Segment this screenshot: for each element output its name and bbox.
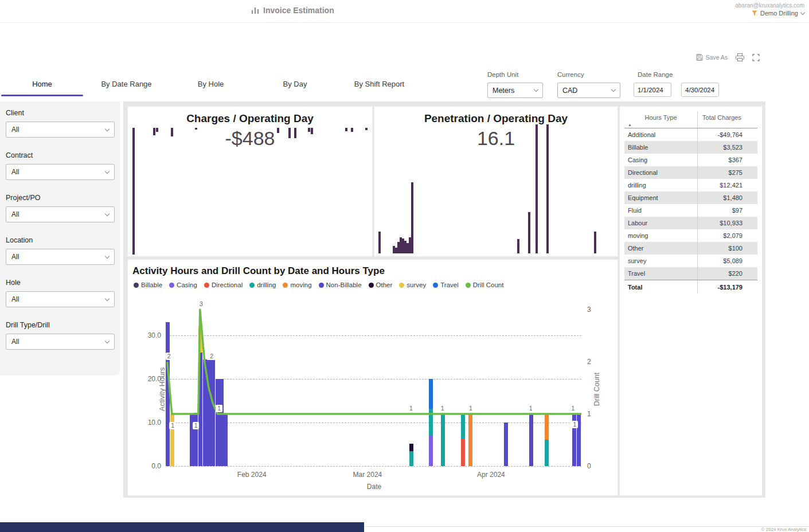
legend-dot xyxy=(466,283,471,288)
drill-count-label: 3 xyxy=(198,300,205,308)
bar-segment-non-billable xyxy=(220,379,224,466)
table-row[interactable]: survey$5,089 xyxy=(624,255,757,267)
legend-label: Directional xyxy=(212,281,243,288)
activity-stacked-bar xyxy=(529,414,533,466)
table-row[interactable]: Equipment$1,480 xyxy=(624,191,757,204)
org-selector[interactable]: Demo Drilling xyxy=(752,10,804,17)
tab-by-shift-report[interactable]: By Shift Report xyxy=(337,73,421,96)
date-range-label: Date Range xyxy=(638,71,719,78)
activity-stacked-bar xyxy=(545,413,549,466)
bar-segment-moving xyxy=(545,413,549,440)
report-toolbar: Save As xyxy=(696,53,760,61)
funnel-icon xyxy=(752,10,757,16)
table-row[interactable]: moving$2,079 xyxy=(624,229,757,242)
tab-home[interactable]: Home xyxy=(0,73,84,96)
table-row[interactable]: Casing$367 xyxy=(624,154,757,166)
penetration-spark-bar xyxy=(378,232,381,253)
legend-item-survey[interactable]: survey xyxy=(399,281,426,288)
active-tab-underline xyxy=(1,95,83,96)
bar-segment-drilling xyxy=(441,413,445,466)
save-as-button[interactable]: Save As xyxy=(696,54,728,61)
chevron-down-icon xyxy=(800,10,805,14)
legend-item-directional[interactable]: Directional xyxy=(204,281,243,288)
total-charges-cell: $5,089 xyxy=(698,255,746,267)
filter-dropdown-client[interactable]: All xyxy=(6,122,115,138)
hours-type-cell: survey xyxy=(624,255,698,267)
filter-value: All xyxy=(11,338,19,346)
legend-label: moving xyxy=(290,281,311,288)
filter-dropdown-location[interactable]: All xyxy=(6,249,115,265)
depth-unit-dropdown[interactable]: Meters xyxy=(487,83,543,98)
table-row[interactable]: Directional$275 xyxy=(624,166,757,179)
penetration-spark-bar xyxy=(517,239,519,253)
filter-value: All xyxy=(11,126,19,134)
table-row[interactable]: Labour$10,933 xyxy=(624,217,757,229)
activity-stacked-bar xyxy=(429,379,433,466)
total-charges-cell: $275 xyxy=(698,166,746,179)
app-header: Invoice Estimation abaran@kruxanalytics.… xyxy=(0,0,809,23)
y-axis-tick-right: 3 xyxy=(587,306,591,314)
filter-dropdown-contract[interactable]: All xyxy=(6,164,115,180)
legend-item-casing[interactable]: Casing xyxy=(169,281,197,288)
legend-item-non-billable[interactable]: Non-Billable xyxy=(319,281,362,288)
date-start-input[interactable] xyxy=(634,83,671,97)
chevron-down-icon xyxy=(105,253,110,258)
activity-stacked-bar xyxy=(166,322,170,466)
total-charges-cell: $10,933 xyxy=(698,217,746,229)
total-label: Total xyxy=(624,280,698,294)
legend-item-drilling[interactable]: drilling xyxy=(249,281,276,288)
gridline xyxy=(167,466,581,467)
table-row[interactable]: Additional-$49,764 xyxy=(624,128,757,141)
filter-group-project-po: Project/POAll xyxy=(6,194,115,222)
filter-dropdown-hole[interactable]: All xyxy=(6,291,115,307)
date-end-input[interactable] xyxy=(681,83,719,97)
filter-label: Drill Type/Drill xyxy=(6,321,115,329)
activity-stacked-bar xyxy=(409,444,413,467)
legend-item-other[interactable]: Other xyxy=(369,281,393,288)
y-axis-tick-left: 10.0 xyxy=(148,418,161,427)
legend-dot xyxy=(283,283,288,288)
table-row[interactable]: Other$100 xyxy=(624,242,757,255)
bar-segment-non-billable xyxy=(198,353,202,466)
chevron-down-icon xyxy=(534,87,538,92)
tab-label: By Day xyxy=(283,80,307,88)
bar-segment-non-billable xyxy=(224,414,228,466)
currency-dropdown[interactable]: CAD xyxy=(557,83,620,98)
legend-label: Travel xyxy=(440,281,459,288)
penetration-spark-bar xyxy=(411,182,413,253)
legend-item-moving[interactable]: moving xyxy=(283,281,311,288)
legend-item-billable[interactable]: Billable xyxy=(134,281,162,288)
column-header-total-charges[interactable]: Total Charges xyxy=(698,111,746,128)
print-button[interactable] xyxy=(736,53,744,61)
filters-sidebar: ClientAllContractAllProject/POAllLocatio… xyxy=(0,101,120,375)
dashboard-canvas: Charges / Operating Day -$488 Penetratio… xyxy=(123,101,765,498)
legend-dot xyxy=(169,283,174,288)
column-header-hours-type[interactable]: Hours Type ▲ xyxy=(624,111,698,128)
legend-item-drill-count[interactable]: Drill Count xyxy=(466,281,504,288)
chevron-down-icon xyxy=(105,338,110,343)
filter-dropdown-drill-type-drill[interactable]: All xyxy=(6,334,115,350)
drill-count-label: 1 xyxy=(572,421,579,428)
tab-by-date-range[interactable]: By Date Range xyxy=(84,73,169,96)
date-range-control: Date Range xyxy=(634,71,719,97)
legend-dot xyxy=(369,283,374,288)
drill-count-label: 1 xyxy=(408,405,415,412)
activity-stacked-bar xyxy=(220,379,224,466)
activity-plot-area: Activity Hours Drill Count Date 0.010.02… xyxy=(167,304,581,466)
table-row[interactable]: drilling$12,421 xyxy=(624,179,757,191)
table-row[interactable]: Billable$3,523 xyxy=(624,141,757,154)
tab-by-day[interactable]: By Day xyxy=(253,73,337,96)
currency-control: Currency CAD xyxy=(557,71,620,98)
filter-dropdown-project-po[interactable]: All xyxy=(6,206,115,222)
save-as-label: Save As xyxy=(705,54,728,61)
table-row[interactable]: Travel$220 xyxy=(624,267,757,280)
kpi-penetration-value: 16.1 xyxy=(374,127,618,150)
bar-segment-travel xyxy=(429,379,433,409)
total-charges-cell: $3,523 xyxy=(698,141,746,154)
gridline xyxy=(167,423,581,423)
fullscreen-button[interactable] xyxy=(752,54,760,61)
bar-segment-other xyxy=(409,444,413,452)
table-row[interactable]: Fluid$97 xyxy=(624,204,757,217)
tab-by-hole[interactable]: By Hole xyxy=(169,73,253,96)
legend-item-travel[interactable]: Travel xyxy=(433,281,459,288)
